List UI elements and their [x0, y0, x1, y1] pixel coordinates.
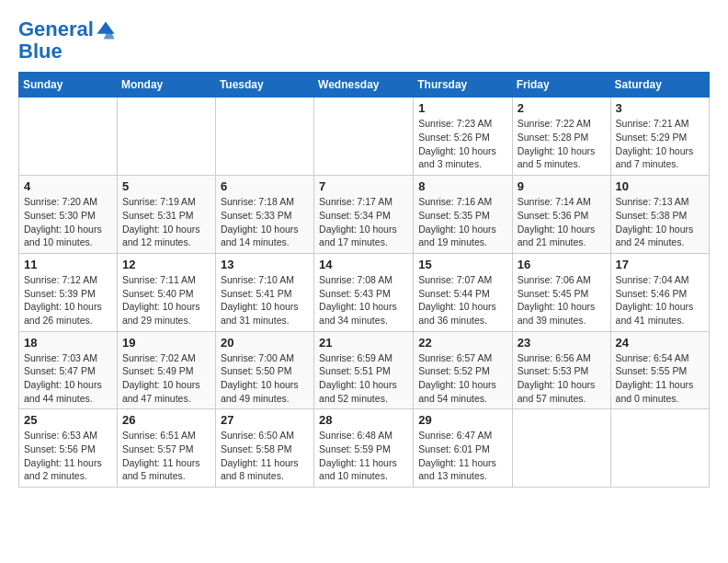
day-number: 28	[319, 413, 408, 427]
day-number: 22	[418, 336, 506, 350]
calendar-cell: 28Sunrise: 6:48 AMSunset: 5:59 PMDayligh…	[314, 409, 414, 488]
calendar-cell: 15Sunrise: 7:07 AMSunset: 5:44 PMDayligh…	[414, 253, 512, 331]
calendar-cell: 27Sunrise: 6:50 AMSunset: 5:58 PMDayligh…	[215, 409, 313, 488]
weekday-header-thursday: Thursday	[414, 73, 512, 98]
day-info: Sunrise: 7:19 AMSunset: 5:31 PMDaylight:…	[122, 195, 210, 249]
day-number: 19	[122, 336, 210, 350]
calendar-week-3: 18Sunrise: 7:03 AMSunset: 5:47 PMDayligh…	[19, 331, 710, 409]
calendar-cell	[314, 98, 414, 176]
calendar-cell: 9Sunrise: 7:14 AMSunset: 5:36 PMDaylight…	[512, 176, 610, 254]
day-info: Sunrise: 7:03 AMSunset: 5:47 PMDaylight:…	[24, 351, 112, 406]
day-info: Sunrise: 6:51 AMSunset: 5:57 PMDaylight:…	[122, 429, 210, 483]
calendar-week-4: 25Sunrise: 6:53 AMSunset: 5:56 PMDayligh…	[19, 409, 710, 488]
weekday-header-tuesday: Tuesday	[215, 73, 313, 98]
day-number: 9	[518, 179, 606, 193]
calendar-cell: 8Sunrise: 7:16 AMSunset: 5:35 PMDaylight…	[414, 176, 512, 254]
weekday-header-friday: Friday	[512, 73, 610, 98]
day-info: Sunrise: 7:07 AMSunset: 5:44 PMDaylight:…	[418, 273, 506, 327]
day-number: 12	[122, 258, 210, 271]
calendar-cell: 1Sunrise: 7:23 AMSunset: 5:26 PMDaylight…	[414, 98, 512, 176]
day-number: 24	[616, 336, 704, 350]
calendar-week-1: 4Sunrise: 7:20 AMSunset: 5:30 PMDaylight…	[19, 176, 710, 254]
day-info: Sunrise: 6:54 AMSunset: 5:55 PMDaylight:…	[616, 351, 704, 406]
day-number: 15	[418, 258, 506, 271]
calendar-week-0: 1Sunrise: 7:23 AMSunset: 5:26 PMDaylight…	[19, 98, 710, 176]
day-info: Sunrise: 6:47 AMSunset: 6:01 PMDaylight:…	[418, 429, 506, 483]
day-info: Sunrise: 7:14 AMSunset: 5:36 PMDaylight:…	[518, 195, 606, 249]
day-number: 4	[24, 179, 112, 193]
day-info: Sunrise: 6:53 AMSunset: 5:56 PMDaylight:…	[24, 429, 112, 483]
day-number: 23	[518, 336, 606, 350]
calendar-cell: 25Sunrise: 6:53 AMSunset: 5:56 PMDayligh…	[19, 409, 118, 488]
day-number: 16	[518, 258, 606, 271]
calendar-cell: 21Sunrise: 6:59 AMSunset: 5:51 PMDayligh…	[314, 331, 414, 409]
day-info: Sunrise: 7:08 AMSunset: 5:43 PMDaylight:…	[319, 273, 408, 327]
day-number: 20	[221, 336, 309, 350]
calendar-cell: 7Sunrise: 7:17 AMSunset: 5:34 PMDaylight…	[314, 176, 414, 254]
calendar-week-2: 11Sunrise: 7:12 AMSunset: 5:39 PMDayligh…	[19, 253, 710, 331]
calendar-cell: 10Sunrise: 7:13 AMSunset: 5:38 PMDayligh…	[610, 176, 709, 254]
calendar-cell	[215, 98, 313, 176]
calendar-cell: 4Sunrise: 7:20 AMSunset: 5:30 PMDaylight…	[19, 176, 118, 254]
day-number: 13	[221, 258, 309, 271]
day-info: Sunrise: 6:57 AMSunset: 5:52 PMDaylight:…	[418, 351, 506, 406]
calendar-cell: 6Sunrise: 7:18 AMSunset: 5:33 PMDaylight…	[215, 176, 313, 254]
calendar-cell: 11Sunrise: 7:12 AMSunset: 5:39 PMDayligh…	[19, 253, 118, 331]
day-info: Sunrise: 7:10 AMSunset: 5:41 PMDaylight:…	[221, 273, 309, 327]
day-info: Sunrise: 7:04 AMSunset: 5:46 PMDaylight:…	[616, 273, 704, 327]
day-number: 3	[616, 101, 704, 115]
day-number: 7	[319, 179, 408, 193]
day-number: 17	[616, 258, 704, 271]
calendar-cell: 23Sunrise: 6:56 AMSunset: 5:53 PMDayligh…	[512, 331, 610, 409]
day-number: 14	[319, 258, 408, 271]
day-number: 8	[418, 179, 506, 193]
day-info: Sunrise: 7:02 AMSunset: 5:49 PMDaylight:…	[122, 351, 210, 406]
day-number: 1	[418, 101, 506, 115]
calendar-cell: 3Sunrise: 7:21 AMSunset: 5:29 PMDaylight…	[610, 98, 709, 176]
calendar-cell: 29Sunrise: 6:47 AMSunset: 6:01 PMDayligh…	[414, 409, 512, 488]
day-info: Sunrise: 6:50 AMSunset: 5:58 PMDaylight:…	[221, 429, 309, 483]
calendar-cell: 26Sunrise: 6:51 AMSunset: 5:57 PMDayligh…	[117, 409, 215, 488]
day-info: Sunrise: 6:56 AMSunset: 5:53 PMDaylight:…	[518, 351, 606, 406]
day-info: Sunrise: 7:13 AMSunset: 5:38 PMDaylight:…	[616, 195, 704, 249]
calendar-cell: 14Sunrise: 7:08 AMSunset: 5:43 PMDayligh…	[314, 253, 414, 331]
calendar-cell: 24Sunrise: 6:54 AMSunset: 5:55 PMDayligh…	[610, 331, 709, 409]
day-number: 26	[122, 413, 210, 427]
day-info: Sunrise: 7:20 AMSunset: 5:30 PMDaylight:…	[24, 195, 112, 249]
day-info: Sunrise: 7:23 AMSunset: 5:26 PMDaylight:…	[418, 117, 506, 171]
day-info: Sunrise: 7:06 AMSunset: 5:45 PMDaylight:…	[518, 273, 606, 327]
weekday-header-saturday: Saturday	[610, 73, 709, 98]
day-number: 18	[24, 336, 112, 350]
day-number: 2	[518, 101, 606, 115]
day-number: 29	[418, 413, 506, 427]
calendar-cell	[117, 98, 215, 176]
page-header: General Blue	[18, 18, 710, 63]
svg-marker-0	[97, 22, 114, 34]
day-number: 27	[221, 413, 309, 427]
day-number: 6	[221, 179, 309, 193]
day-info: Sunrise: 7:16 AMSunset: 5:35 PMDaylight:…	[418, 195, 506, 249]
day-info: Sunrise: 7:21 AMSunset: 5:29 PMDaylight:…	[616, 117, 704, 171]
calendar-cell	[19, 98, 118, 176]
calendar-cell: 16Sunrise: 7:06 AMSunset: 5:45 PMDayligh…	[512, 253, 610, 331]
calendar-cell: 22Sunrise: 6:57 AMSunset: 5:52 PMDayligh…	[414, 331, 512, 409]
calendar-cell	[610, 409, 709, 488]
calendar-cell	[512, 409, 610, 488]
day-info: Sunrise: 7:12 AMSunset: 5:39 PMDaylight:…	[24, 273, 112, 327]
day-info: Sunrise: 7:22 AMSunset: 5:28 PMDaylight:…	[518, 117, 606, 171]
calendar-cell: 5Sunrise: 7:19 AMSunset: 5:31 PMDaylight…	[117, 176, 215, 254]
calendar-cell: 19Sunrise: 7:02 AMSunset: 5:49 PMDayligh…	[117, 331, 215, 409]
day-number: 11	[24, 258, 112, 271]
day-info: Sunrise: 6:59 AMSunset: 5:51 PMDaylight:…	[319, 351, 408, 406]
day-info: Sunrise: 6:48 AMSunset: 5:59 PMDaylight:…	[319, 429, 408, 483]
weekday-header-sunday: Sunday	[19, 73, 118, 98]
day-number: 25	[24, 413, 112, 427]
logo: General Blue	[18, 18, 116, 63]
day-number: 10	[616, 179, 704, 193]
weekday-header-monday: Monday	[117, 73, 215, 98]
day-info: Sunrise: 7:00 AMSunset: 5:50 PMDaylight:…	[221, 351, 309, 406]
day-info: Sunrise: 7:11 AMSunset: 5:40 PMDaylight:…	[122, 273, 210, 327]
day-info: Sunrise: 7:17 AMSunset: 5:34 PMDaylight:…	[319, 195, 408, 249]
calendar-cell: 2Sunrise: 7:22 AMSunset: 5:28 PMDaylight…	[512, 98, 610, 176]
calendar-cell: 12Sunrise: 7:11 AMSunset: 5:40 PMDayligh…	[117, 253, 215, 331]
